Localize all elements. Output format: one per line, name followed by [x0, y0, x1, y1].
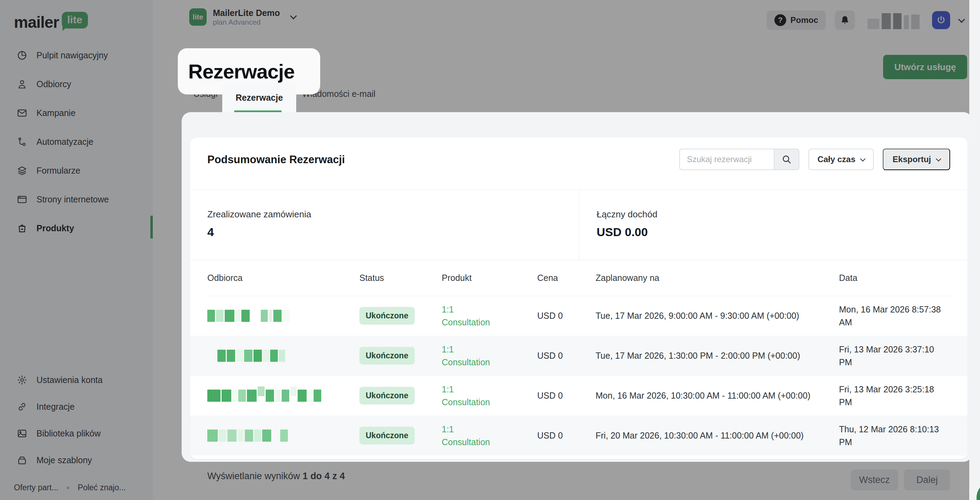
status-badge: Ukończone [360, 387, 415, 404]
stat-value: 4 [207, 225, 311, 239]
bookings-card: Podsumowanie Rezerwacji Cały czas Ekspor… [190, 137, 967, 459]
period-filter-value: Cały czas [818, 154, 855, 164]
status-badge: Ukończone [360, 427, 415, 444]
card-header: Podsumowanie Rezerwacji Cały czas Ekspor… [190, 137, 967, 190]
card-controls: Cały czas Eksportuj [679, 149, 950, 170]
created-date: Thu, 12 Mar 2026 8:10:13 PM [839, 423, 954, 448]
product-link[interactable]: 1:1 Consultation [442, 343, 501, 368]
product-link[interactable]: 1:1 Consultation [442, 303, 501, 328]
stats-row: Zrealizowane zamówienia 4 Łączny dochód … [190, 189, 967, 260]
column-header-data: Data [839, 273, 954, 283]
chevron-down-icon [860, 156, 866, 161]
export-label: Eksportuj [892, 154, 931, 164]
table-row[interactable]: Ukończone 1:1 Consultation USD 0 Fri, 20… [190, 416, 967, 455]
product-link[interactable]: 1:1 Consultation [442, 423, 501, 448]
bookings-panel: Podsumowanie Rezerwacji Cały czas Ekspor… [181, 112, 972, 462]
product-link[interactable]: 1:1 Consultation [442, 383, 501, 408]
created-date: Fri, 13 Mar 2026 3:25:18 PM [839, 383, 954, 408]
recipient-redacted [207, 387, 360, 404]
table-row[interactable]: Ukończone 1:1 Consultation USD 0 Tue, 17… [190, 296, 967, 336]
created-date: Mon, 16 Mar 2026 8:57:38 AM [839, 303, 954, 328]
scrollbar-track[interactable] [969, 0, 980, 500]
search-icon [781, 154, 792, 165]
export-dropdown[interactable]: Eksportuj [883, 149, 950, 170]
column-header-produkt: Produkt [442, 273, 537, 283]
recipient-redacted [207, 307, 360, 324]
created-date: Fri, 13 Mar 2026 3:37:10 PM [839, 343, 954, 368]
page-title: Rezerwacje [188, 60, 294, 83]
tab-rezerwacje-label: Rezerwacje [235, 93, 283, 103]
recipient-redacted [207, 347, 360, 364]
status-badge: Ukończone [360, 307, 415, 325]
column-header-odbiorca: Odbiorca [207, 273, 360, 283]
stat-value: USD 0.00 [597, 225, 657, 239]
stat-label: Zrealizowane zamówienia [207, 209, 311, 220]
price-value: USD 0 [537, 349, 563, 362]
table-row[interactable]: Ukończone 1:1 Consultation USD 0 Mon, 16… [190, 376, 967, 416]
app-root: mailer lite Pulpit nawigacyjny Odbiorcy … [0, 0, 980, 500]
period-filter-dropdown[interactable]: Cały czas [808, 149, 874, 170]
price-value: USD 0 [537, 429, 563, 442]
column-header-status: Status [360, 273, 442, 283]
stat-completed-orders: Zrealizowane zamówienia 4 [207, 209, 311, 239]
scheduled-datetime: Fri, 20 Mar 2026, 10:30:00 AM - 11:00:00… [595, 429, 839, 442]
search-group [679, 149, 799, 170]
price-value: USD 0 [537, 309, 563, 322]
recipient-redacted [207, 427, 360, 444]
column-header-cena: Cena [537, 273, 595, 283]
status-badge: Ukończone [360, 347, 415, 365]
scheduled-datetime: Tue, 17 Mar 2026, 1:30:00 PM - 2:00:00 P… [595, 349, 839, 362]
tab-rezerwacje[interactable]: Rezerwacje [222, 83, 296, 113]
chevron-down-icon [936, 156, 942, 161]
search-input[interactable] [679, 149, 774, 170]
search-button[interactable] [774, 149, 799, 170]
table-header: Odbiorca Status Produkt Cena Zaplanowany… [207, 260, 954, 296]
stat-label: Łączny dochód [597, 209, 657, 220]
card-title: Podsumowanie Rezerwacji [207, 153, 345, 166]
scheduled-datetime: Mon, 16 Mar 2026, 10:30:00 AM - 11:00:00… [595, 389, 839, 402]
table-row[interactable]: Ukończone 1:1 Consultation USD 0 Tue, 17… [190, 336, 967, 376]
stats-divider [579, 189, 579, 260]
stat-total-revenue: Łączny dochód USD 0.00 [597, 209, 657, 239]
price-value: USD 0 [537, 389, 563, 402]
column-header-zaplanowany-na: Zaplanowany na [595, 273, 839, 283]
scheduled-datetime: Tue, 17 Mar 2026, 9:00:00 AM - 9:30:00 A… [595, 309, 839, 322]
